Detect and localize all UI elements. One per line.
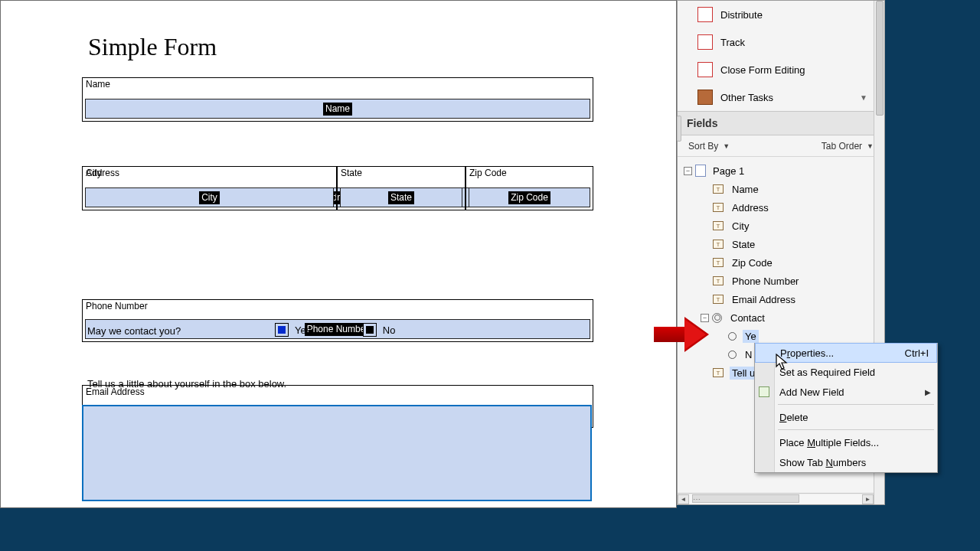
radio-icon bbox=[728, 332, 737, 341]
tree-page[interactable]: − Page 1 bbox=[684, 161, 884, 180]
tree-field-contact[interactable]: − Contact bbox=[684, 308, 884, 327]
context-menu-separator bbox=[778, 429, 934, 430]
radio-yes-box bbox=[275, 323, 289, 337]
field-zip-tag: Zip Code bbox=[508, 191, 550, 204]
text-field-icon bbox=[713, 295, 724, 304]
text-field-icon bbox=[713, 184, 724, 194]
scroll-right-button[interactable]: ► bbox=[862, 494, 874, 504]
label-city: City bbox=[86, 168, 102, 178]
text-field-icon bbox=[713, 221, 724, 230]
ctx-required-field[interactable]: Set as Required Field bbox=[755, 362, 937, 382]
chevron-down-icon: ▼ bbox=[723, 142, 730, 150]
radio-yes-label: Yes bbox=[295, 324, 311, 336]
document-page: Simple Form Name Name Address Address Ci… bbox=[5, 1, 665, 503]
chevron-right-icon: ▶ bbox=[925, 388, 931, 396]
task-distribute-label: Distribute bbox=[720, 9, 763, 21]
ctx-add-new-field[interactable]: Add New Field ▶ bbox=[755, 382, 937, 402]
task-track[interactable]: Track bbox=[678, 28, 884, 56]
sort-by-label: Sort By bbox=[688, 141, 718, 152]
context-menu: Properties... Ctrl+I Set as Required Fie… bbox=[754, 343, 938, 473]
tree-field-state[interactable]: State bbox=[684, 235, 884, 253]
tree-field-email[interactable]: Email Address bbox=[684, 290, 884, 308]
document-window: Simple Form Name Name Address Address Ci… bbox=[0, 0, 677, 508]
field-group-city-state-zip: City City State State Zip Code Zip Code bbox=[82, 166, 593, 210]
app-root: Simple Form Name Name Address Address Ci… bbox=[0, 0, 980, 551]
text-field-icon bbox=[713, 276, 724, 285]
field-city[interactable]: City bbox=[85, 187, 334, 207]
panel-horizontal-scrollbar[interactable]: ◄ ⋯ ► bbox=[678, 493, 874, 504]
ctx-properties-shortcut: Ctrl+I bbox=[905, 347, 929, 359]
radio-yes[interactable]: Yes bbox=[275, 323, 311, 337]
context-menu-separator bbox=[778, 404, 934, 405]
chevron-down-icon: ▼ bbox=[860, 93, 867, 102]
radio-no-box bbox=[363, 323, 377, 337]
tree-field-name[interactable]: Name bbox=[684, 180, 884, 198]
page-icon bbox=[695, 165, 706, 177]
contact-radio-group: Yes No bbox=[275, 323, 444, 337]
scroll-left-button[interactable]: ◄ bbox=[678, 494, 689, 504]
ctx-delete[interactable]: Delete bbox=[755, 407, 937, 427]
tab-order-label: Tab Order bbox=[822, 141, 862, 152]
fields-sort-row: Sort By ▼ Tab Order ▼ bbox=[678, 135, 884, 157]
scroll-thumb[interactable] bbox=[876, 1, 884, 116]
tab-order-dropdown[interactable]: Tab Order ▼ bbox=[822, 141, 874, 152]
contact-question: May we contact you? bbox=[87, 325, 181, 337]
ctx-properties[interactable]: Properties... Ctrl+I bbox=[755, 343, 937, 363]
tree-field-address[interactable]: Address bbox=[684, 198, 884, 217]
task-distribute[interactable]: Distribute bbox=[678, 1, 884, 28]
tree-page-label: Page 1 bbox=[710, 165, 746, 178]
radio-no[interactable]: No bbox=[363, 323, 396, 337]
field-zip[interactable]: Zip Code bbox=[469, 187, 590, 207]
field-group-zip: Zip Code Zip Code bbox=[466, 166, 593, 210]
task-other-label: Other Tasks bbox=[720, 92, 773, 103]
task-close-form-editing[interactable]: Close Form Editing bbox=[678, 56, 884, 83]
task-track-label: Track bbox=[720, 37, 745, 48]
collapse-icon[interactable]: − bbox=[684, 167, 692, 175]
label-phone: Phone Number bbox=[86, 301, 148, 311]
field-name[interactable]: Name bbox=[85, 99, 590, 119]
scroll-track[interactable]: ⋯ bbox=[689, 494, 862, 504]
ctx-show-tab-numbers[interactable]: Show Tab Numbers bbox=[755, 452, 937, 472]
field-group-city: City City bbox=[82, 166, 337, 210]
fields-header: Fields bbox=[678, 111, 884, 135]
track-icon bbox=[697, 34, 713, 50]
text-field-icon bbox=[713, 240, 724, 249]
text-field-icon bbox=[713, 368, 724, 377]
tree-field-city[interactable]: City bbox=[684, 217, 884, 235]
panel-drag-handle[interactable] bbox=[677, 116, 681, 142]
scroll-thumb[interactable]: ⋯ bbox=[692, 494, 799, 503]
add-new-field-icon bbox=[759, 386, 769, 397]
radio-no-label: No bbox=[383, 324, 396, 336]
task-close-label: Close Form Editing bbox=[720, 64, 805, 76]
field-about[interactable] bbox=[82, 405, 592, 501]
distribute-icon bbox=[697, 7, 713, 22]
sort-by-dropdown[interactable]: Sort By ▼ bbox=[688, 141, 730, 152]
label-state: State bbox=[341, 168, 362, 178]
fields-header-label: Fields bbox=[687, 117, 717, 129]
about-prompt: Tell us a little about yourself in the b… bbox=[87, 378, 286, 390]
tree-field-phone[interactable]: Phone Number bbox=[684, 272, 884, 290]
close-icon bbox=[697, 62, 713, 77]
text-field-icon bbox=[713, 203, 724, 212]
field-name-tag: Name bbox=[323, 103, 352, 116]
field-state[interactable]: State bbox=[340, 187, 462, 207]
chevron-down-icon: ▼ bbox=[867, 142, 874, 150]
callout-arrow bbox=[654, 317, 714, 352]
field-group-state: State State bbox=[337, 166, 466, 210]
tree-field-zip[interactable]: Zip Code bbox=[684, 253, 884, 272]
label-name: Name bbox=[86, 79, 110, 90]
field-city-tag: City bbox=[199, 191, 220, 204]
form-title: Simple Form bbox=[88, 33, 217, 61]
briefcase-icon bbox=[697, 90, 713, 105]
task-other[interactable]: Other Tasks ▼ bbox=[678, 83, 884, 111]
field-state-tag: State bbox=[388, 191, 414, 204]
text-field-icon bbox=[713, 258, 724, 267]
radio-icon bbox=[728, 350, 737, 359]
label-zip: Zip Code bbox=[469, 168, 507, 178]
ctx-place-multiple-fields[interactable]: Place Multiple Fields... bbox=[755, 432, 937, 452]
field-group-name: Name Name bbox=[82, 77, 593, 122]
